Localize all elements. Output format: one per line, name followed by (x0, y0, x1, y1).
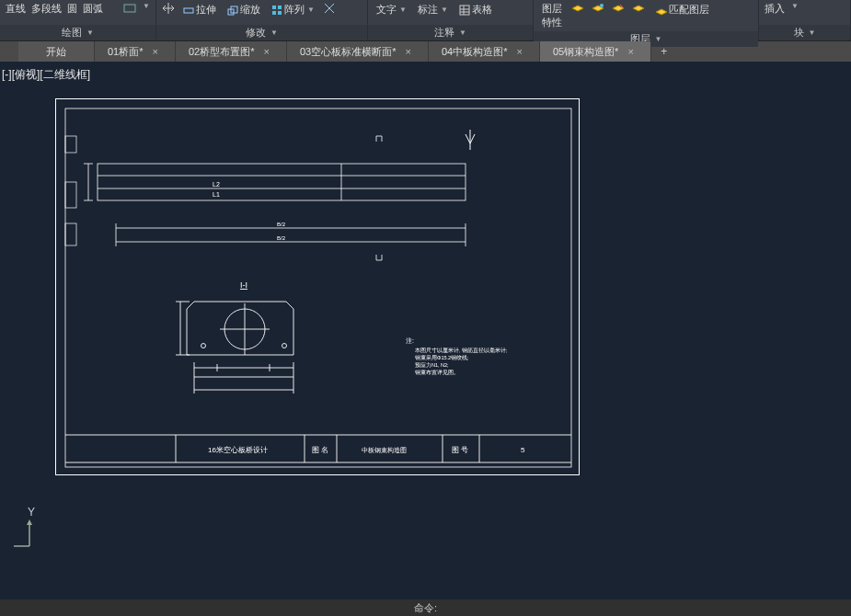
panel-title-draw[interactable]: 绘图 ▼ (0, 25, 155, 40)
layer-icon-1[interactable] (570, 2, 585, 17)
layer-icon-2[interactable] (591, 2, 605, 17)
note-4: 钢束布置详见图。 (414, 369, 459, 375)
tab-01[interactable]: 01桥面*× (95, 41, 176, 62)
layer-icon-3[interactable] (611, 2, 626, 17)
panel-title-block[interactable]: 块 ▼ (759, 25, 850, 40)
svg-rect-13 (65, 223, 76, 245)
drawing-svg: L2 L1 B/2 B/2 I-I (56, 99, 581, 476)
svg-point-9 (600, 4, 604, 7)
svg-rect-5 (278, 6, 282, 9)
close-icon[interactable]: × (264, 46, 270, 57)
btn-circle[interactable]: 圆 (67, 2, 77, 16)
svg-rect-6 (272, 11, 276, 15)
btn-matchlayer[interactable]: 匹配图层 (651, 2, 712, 17)
panel-title-modify[interactable]: 修改 ▼ (156, 25, 367, 40)
ribbon-panel-modify: 拉伸 缩放 阵列▼ 修改 ▼ (156, 0, 368, 40)
btn-table[interactable]: 表格 (456, 2, 495, 17)
tab-04[interactable]: 04中板构造图*× (429, 41, 540, 62)
btn-line[interactable]: 直线 (6, 2, 26, 16)
tab-02[interactable]: 02桥型布置图*× (176, 41, 287, 62)
btn-scale[interactable]: 缩放 (224, 2, 263, 17)
command-line[interactable]: 命令: (0, 599, 851, 616)
btn-layerprop[interactable]: 图层特性 (539, 2, 565, 29)
svg-rect-8 (460, 6, 469, 15)
panel-title-annotate[interactable]: 注释 ▼ (368, 25, 533, 40)
ribbon-panel-block: 插入▼ 块 ▼ (759, 0, 851, 40)
dim-b2b: B/2 (277, 235, 286, 241)
dropdown-icon[interactable]: ▼ (143, 2, 150, 10)
tb-name: 中板钢束构造图 (362, 447, 407, 453)
dim-l1: L1 (213, 191, 220, 198)
tab-03[interactable]: 03空心板标准横断面*× (287, 41, 429, 62)
close-icon[interactable]: × (516, 46, 522, 57)
close-icon[interactable]: × (627, 46, 633, 57)
dim-l2: L2 (213, 181, 220, 188)
svg-point-29 (282, 344, 287, 348)
note-1: 本图尺寸以厘米计, 钢筋直径以毫米计; (415, 347, 508, 353)
view-label[interactable]: [-][俯视][二维线框] (2, 67, 90, 83)
svg-point-28 (201, 344, 206, 348)
ribbon-panel-layer: 图层特性 匹配图层 图层 ▼ (534, 0, 759, 40)
svg-rect-0 (124, 5, 135, 12)
note-3: 预应力N1, N2; (415, 361, 449, 368)
btn-dim[interactable]: 标注▼ (415, 2, 451, 17)
note-2: 钢束采用Φ15.2钢绞线; (414, 354, 469, 360)
drawing-frame: L2 L1 B/2 B/2 I-I (55, 98, 580, 475)
svg-rect-14 (98, 164, 466, 200)
btn-insert[interactable]: 插入 (765, 2, 785, 16)
close-icon[interactable]: × (153, 46, 158, 57)
btn-text[interactable]: 文字▼ (374, 2, 409, 17)
ribbon-panel-annotate: 文字▼ 标注▼ 表格 注释 ▼ (368, 0, 534, 40)
tb-no: 5 (521, 446, 525, 454)
drawing-canvas[interactable]: [-][俯视][二维线框] (0, 62, 851, 595)
btn-array[interactable]: 阵列▼ (269, 2, 317, 17)
dim-b2a: B/2 (277, 222, 286, 227)
rect-icon[interactable] (123, 2, 136, 17)
ribbon-panel-draw: 直线 多段线 圆 圆弧 ▼ 绘图 ▼ (0, 0, 156, 40)
svg-rect-7 (278, 11, 282, 15)
tb-project: 16米空心板桥设计 (208, 446, 268, 454)
layer-icon-4[interactable] (631, 2, 646, 17)
trim-icon[interactable] (323, 2, 336, 17)
svg-rect-1 (184, 8, 193, 13)
ucs-icon[interactable]: Y (9, 505, 55, 553)
svg-rect-4 (272, 6, 276, 9)
tab-05[interactable]: 05钢束构造图*× (540, 41, 651, 62)
svg-text:Y: Y (28, 506, 35, 519)
btn-stretch[interactable]: 拉伸 (180, 2, 219, 17)
notes-title: 注: (406, 337, 414, 344)
svg-rect-10 (65, 108, 571, 467)
section-label: I-I (240, 280, 247, 290)
tb-no-h: 图 号 (452, 446, 468, 454)
btn-arc[interactable]: 圆弧 (83, 2, 103, 16)
ribbon: 直线 多段线 圆 圆弧 ▼ 绘图 ▼ 拉伸 缩放 阵列▼ 修改 ▼ 文字▼ 标注… (0, 0, 851, 41)
btn-polyline[interactable]: 多段线 (31, 2, 62, 16)
tb-name-h: 图 名 (312, 446, 328, 454)
tab-start[interactable]: 开始 (18, 41, 95, 62)
move-icon[interactable] (162, 2, 175, 17)
svg-rect-11 (65, 136, 76, 153)
close-icon[interactable]: × (405, 46, 410, 57)
svg-rect-12 (65, 182, 76, 208)
